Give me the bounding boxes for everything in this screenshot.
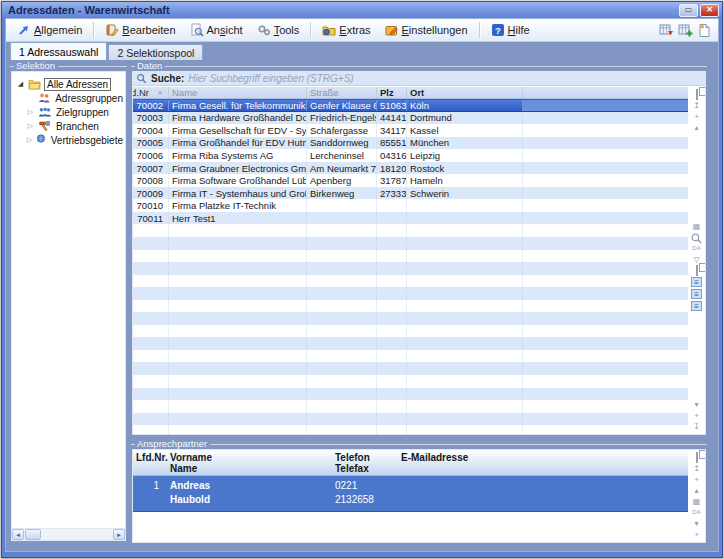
column-header-name[interactable]: Name [169,87,307,98]
column-header-ort[interactable]: Ort [407,87,523,98]
table-row[interactable]: 70003Firma Hardware Großhandel DortmundF… [133,112,688,125]
contact-number-cell: 1 [133,476,167,511]
contact-column-header-vorname[interactable]: VornameName [167,450,332,475]
restore-window-button[interactable]: ▭ [679,4,698,17]
table-cell-filler [523,413,688,426]
contact-column-header-telefon[interactable]: TelefonTelefax [332,450,398,475]
scroll-last-icon[interactable]: ↧ [690,421,703,432]
table-cell [307,199,377,212]
grid-icon[interactable]: ▦ [690,221,703,232]
scroll-first-icon[interactable]: ↥ [690,100,703,111]
toolbar-button-einstellungen[interactable]: Einstellungen [378,20,475,40]
people-icon [38,92,51,104]
table-cell: 70011 [133,212,169,225]
table-row[interactable]: 70002Firma Gesell. für Telekommunikation… [133,99,688,112]
data-icon[interactable]: DA [690,507,703,518]
column-header-stra-e[interactable]: Straße [307,87,377,98]
empty-table-row [133,224,688,237]
table-row[interactable]: 70009Firma IT - Systemhaus und Großhande… [133,187,688,200]
toolbar-button-hilfe[interactable]: ?Hilfe [484,20,537,40]
tree-collapsed-icon[interactable]: ▷ [26,122,35,130]
table-export-icon[interactable] [659,23,674,38]
table-cell [307,400,377,413]
view-button[interactable]: ≡ [691,289,702,299]
table-cell: Am Neumarkt 76 [307,162,377,175]
tree-item-alle-adressen[interactable]: ◢Alle Adressen [12,77,125,91]
tree-item-adressgruppen[interactable]: Adressgruppen [12,91,125,105]
scroll-next-icon[interactable]: ▾ [690,399,703,410]
table-row[interactable]: 70007Firma Graubner Electronics GmbHAm N… [133,162,688,175]
main-toolbar: AllgemeinBearbeitenAnsichtToolsExtrasEin… [6,19,718,42]
table-cell: Herr Test1 [169,212,307,225]
tab-2-selektionspool[interactable]: 2 Selektionspool [108,44,203,60]
view-button[interactable]: ≡ [691,277,702,287]
table-cell: Firma Graubner Electronics GmbH [169,162,307,175]
table-cell [377,287,407,300]
copy-icon[interactable] [690,265,703,276]
table-row[interactable]: 70005Firma Großhandel für EDV HutnerSand… [133,137,688,150]
table-cell-filler [523,312,688,325]
tools-icon [257,23,271,37]
tree-item-branchen[interactable]: ▷Branchen [12,119,125,133]
column-header-plz[interactable]: Plz [377,87,407,98]
contact-row[interactable]: 1AndreasHaubold0221 2132658 [133,476,688,512]
tab-1-adressauswahl[interactable]: 1 Adressauswahl [10,42,107,60]
table-cell: Sanddornweg [307,137,377,150]
toolbar-button-tools[interactable]: Tools [250,20,307,40]
data-icon[interactable]: DA [690,243,703,254]
tree-item-zielgruppen[interactable]: ▷Zielgruppen [12,105,125,119]
scroll-prev-icon[interactable]: ▴ [690,485,703,496]
table-cell-filler [523,137,688,150]
horizontal-scrollbar[interactable]: ◂ ▸ [12,528,125,540]
table-cell: Apenberg [307,174,377,187]
hilfe-icon: ? [491,23,505,37]
table-row[interactable]: 70006Firma Riba Systems AGLercheninsel04… [133,149,688,162]
copy-icon[interactable] [690,452,703,463]
add-icon[interactable]: + [690,474,703,485]
close-window-button[interactable]: ✕ [700,4,719,17]
table-add-icon[interactable] [678,23,693,38]
find-icon[interactable] [690,232,703,243]
tree-expanded-icon[interactable]: ◢ [16,80,25,88]
toolbar-button-ansicht[interactable]: Ansicht [183,20,250,40]
add-icon[interactable]: + [690,529,703,540]
tree-item-vertriebsgebiete[interactable]: ▷Vertriebsgebiete [12,133,125,147]
column-header-ad-nr[interactable]: Ad.Nr▼ [133,87,169,98]
table-cell: Rostock [407,162,523,175]
allgemein-icon [17,23,31,37]
table-row[interactable]: 70004Firma Gesellschaft für EDV - System… [133,124,688,137]
tree-collapsed-icon[interactable]: ▷ [26,136,33,144]
table-cell [407,400,523,413]
toolbar-button-extras[interactable]: Extras [315,20,377,40]
contact-column-header-e-mailadresse[interactable]: E-Mailadresse [398,450,688,475]
table-cell [307,250,377,263]
contact-column-header-lfd-nr[interactable]: Lfd.Nr. [133,450,167,475]
search-bar[interactable]: Suche: Hier Suchbegriff eingeben (STRG+S… [133,72,705,86]
new-document-icon[interactable] [697,23,712,38]
einstellungen-icon [385,23,399,37]
bearbeiten-icon [105,23,119,37]
toolbar-button-allgemein[interactable]: Allgemein [10,20,89,40]
scroll-next-icon[interactable]: ▾ [690,518,703,529]
table-cell [133,237,169,250]
table-cell [307,287,377,300]
scroll-left-button[interactable]: ◂ [12,529,24,540]
table-row[interactable]: 70011Herr Test1 [133,212,688,225]
scrollbar-thumb[interactable] [25,529,41,540]
table-row[interactable]: 70008Firma Software Großhandel Lübke AGA… [133,174,688,187]
grid-icon[interactable]: ▦ [690,496,703,507]
tree-collapsed-icon[interactable]: ▷ [26,108,35,116]
scroll-first-icon[interactable]: ↥ [690,463,703,474]
add-icon[interactable]: + [690,410,703,421]
copy-icon[interactable] [690,89,703,100]
scroll-right-button[interactable]: ▸ [113,529,125,540]
scroll-prev-icon[interactable]: ▴ [690,122,703,133]
scroll-last-icon[interactable]: ↧ [690,540,703,543]
scrollbar-track[interactable] [41,529,113,540]
view-button[interactable]: ≡ [691,301,702,311]
add-icon[interactable]: + [690,111,703,122]
search-input[interactable]: Hier Suchbegriff eingeben (STRG+S) [188,73,353,84]
toolbar-button-bearbeiten[interactable]: Bearbeiten [98,20,182,40]
table-cell-filler [523,162,688,175]
table-row[interactable]: 70010Firma Platzke IT-Technik [133,199,688,212]
